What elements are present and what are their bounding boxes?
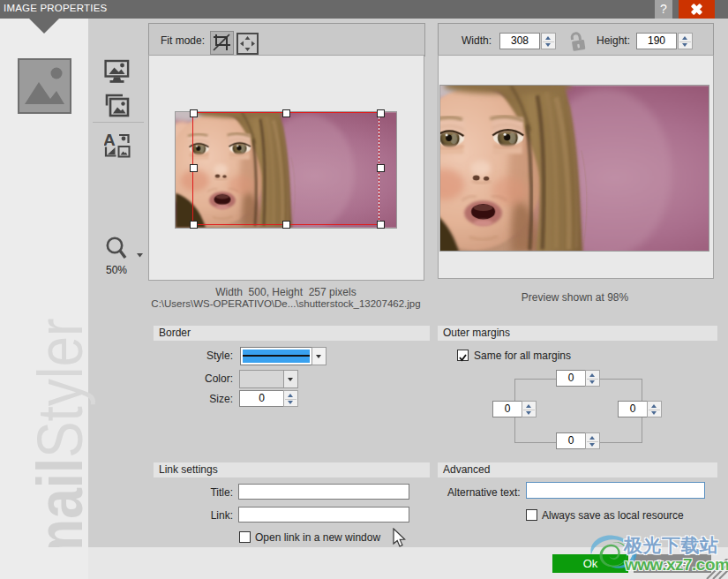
svg-text:A: A xyxy=(104,132,116,149)
